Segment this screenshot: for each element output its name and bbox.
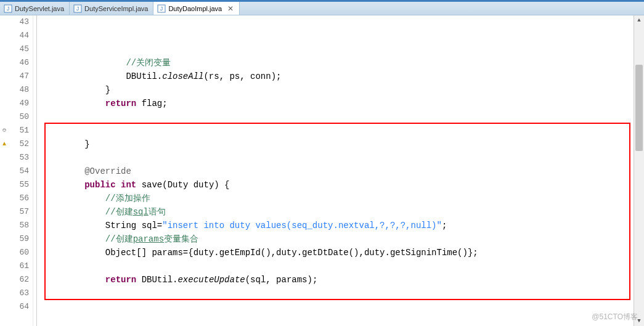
folding-ruler — [33, 15, 41, 326]
code-area[interactable]: //关闭变量 DBUtil.closeAll(rs, ps, conn); } … — [41, 15, 644, 326]
java-file-icon: J — [157, 4, 166, 13]
tab-dutydaoimpl[interactable]: J DutyDaoImpl.java ✕ — [153, 2, 240, 15]
close-icon[interactable]: ✕ — [227, 4, 234, 13]
java-file-icon: J — [4, 4, 12, 13]
watermark-text: @51CTO博客 — [592, 312, 638, 322]
svg-text:J: J — [76, 6, 79, 12]
editor-tabs: J DutyServlet.java J DutyServiceImpl.jav… — [0, 2, 644, 15]
scrollbar-thumb[interactable] — [635, 65, 643, 151]
tab-dutyservlet[interactable]: J DutyServlet.java — [0, 2, 70, 15]
tab-dutyserviceimpl[interactable]: J DutyServiceImpl.java — [70, 2, 153, 15]
line-numbers: 43 44 45 46 47 48 49 50 51 52 53 54 55 5… — [9, 15, 33, 326]
tab-label: DutyDaoImpl.java — [168, 5, 222, 12]
tab-label: DutyServlet.java — [15, 5, 64, 12]
annotation-ruler: ⊖ ▲ — [0, 15, 9, 326]
svg-text:J: J — [7, 6, 10, 12]
vertical-scrollbar[interactable]: ▲ ▼ — [634, 15, 644, 326]
svg-text:J: J — [160, 6, 163, 12]
tab-label: DutyServiceImpl.java — [84, 5, 148, 12]
code-editor[interactable]: ⊖ ▲ 43 44 45 46 47 48 49 50 51 52 53 54 … — [0, 15, 644, 326]
java-file-icon: J — [73, 4, 82, 13]
scroll-up-arrow[interactable]: ▲ — [634, 15, 644, 25]
